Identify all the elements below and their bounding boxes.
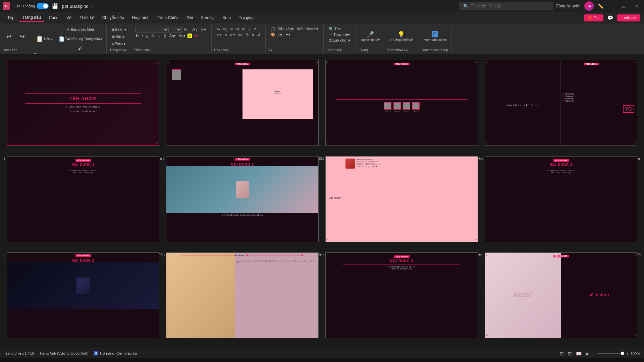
file-dropdown-icon[interactable]: ⌄: [92, 4, 95, 8]
taskbar-taskview-btn[interactable]: ⊟: [279, 360, 292, 362]
select-btn[interactable]: ⊡ Lựa chọn▾: [328, 38, 352, 43]
pixton-button[interactable]: 🅿 Pixton Characters: [421, 30, 449, 43]
slide-9[interactable]: TÊN NHÓM NỘI DUNG 2: [7, 252, 159, 339]
bold-btn[interactable]: B: [135, 34, 140, 38]
align-justify-btn[interactable]: ≡≡: [237, 33, 244, 37]
undo-button[interactable]: ↩: [3, 32, 15, 41]
numlist-btn[interactable]: ≡1: [222, 27, 228, 32]
slide-10[interactable]: + + NỘI DUNG 2 Jenni: [166, 252, 319, 339]
slide-4[interactable]: + + TÊN NHÓM CHỦ ĐỀ THUYẾT TRÌNH 1 Nội d…: [485, 60, 637, 146]
style-btn[interactable]: Kiểu Nhanh▾: [296, 26, 319, 32]
fill-btn[interactable]: 🎨: [270, 32, 276, 37]
layout-button[interactable]: ▦ Bố trí ▾: [109, 26, 128, 33]
design-idea-button[interactable]: 💡 Ý tưởng Thiết kế: [388, 30, 415, 43]
menu-file[interactable]: Tệp: [4, 14, 18, 21]
redo-button[interactable]: ↪: [16, 32, 28, 41]
shadow-btn[interactable]: A̲: [163, 33, 167, 38]
minimize-button[interactable]: −: [607, 3, 615, 9]
menu-animations[interactable]: Hoạt hình: [128, 14, 153, 21]
normal-view-btn[interactable]: ⊟: [560, 351, 564, 356]
menu-design[interactable]: Thiết kế: [76, 14, 97, 21]
dictation-button[interactable]: 🎤 Đọc chính tả▾: [359, 30, 382, 43]
font-size-select[interactable]: [170, 27, 182, 33]
direction-btn[interactable]: ↗: [252, 26, 257, 32]
slide-show-btn[interactable]: ▶: [586, 351, 589, 356]
slide-11[interactable]: TÊN NHÓM NỘI DUNG 3 Ý CHÍNH NỘI DUNG 1 G…: [325, 252, 478, 339]
save-icon[interactable]: 💾: [52, 3, 59, 9]
zoom-out-btn[interactable]: −: [593, 352, 595, 356]
spacing-btn[interactable]: ↔: [156, 34, 162, 38]
convert-btn[interactable]: ⇄: [256, 32, 261, 37]
effect-btn[interactable]: ✦▾: [284, 32, 291, 37]
menu-help[interactable]: Trợ giúp: [235, 14, 257, 21]
replace-btn[interactable]: ↔ Thay thế▾: [328, 32, 351, 37]
taskbar-mail-btn[interactable]: 📧 2: [323, 360, 336, 362]
align-right-btn[interactable]: ≡⇒: [229, 32, 236, 37]
slide-8[interactable]: TÊN NHÓM NỘI DUNG 2 Ý CHÍNH NỘI DUNG 1 G…: [485, 156, 637, 242]
underline-btn[interactable]: U: [145, 34, 150, 38]
section-button[interactable]: ≡ Phần ▾: [109, 41, 128, 47]
clear-format-btn[interactable]: ✕A: [200, 27, 207, 32]
close-button[interactable]: ✕: [632, 3, 641, 9]
reading-view-btn[interactable]: 📖: [576, 351, 582, 356]
slide-12[interactable]: + + TÊN NHÓM ROSÉ NỘI DUNG 3 + +: [485, 252, 637, 339]
decrease-font-btn[interactable]: A↓: [191, 26, 199, 33]
align-left-btn[interactable]: ⇐≡: [216, 32, 223, 37]
copy-button[interactable]: 📄 Tải sử dụng Trang chiếu: [57, 35, 104, 43]
menu-view[interactable]: Xem: [219, 14, 234, 21]
slide-6[interactable]: TÊN NHÓM NỘI DUNG 1 Ý CHÍNH NỘI DUNG 1 G…: [166, 156, 319, 242]
paste-button[interactable]: 📋 Dán ⌄: [34, 35, 55, 43]
taskbar-start-btn[interactable]: ⊞: [249, 360, 263, 362]
slide-7[interactable]: + + NỘI DUNG 1 Lalisa Manoban (Tiếng thá…: [325, 156, 478, 242]
taskbar-search-btn[interactable]: 🔍: [264, 360, 277, 362]
autosave-toggle[interactable]: [37, 3, 49, 9]
list-btn[interactable]: ≡•: [216, 27, 221, 32]
menu-record[interactable]: Ghi: [183, 14, 196, 21]
menu-review[interactable]: Xem lại: [198, 14, 218, 21]
zoom-slider[interactable]: [597, 353, 624, 354]
menu-draw[interactable]: Vẽ: [63, 14, 75, 21]
text-cols-btn[interactable]: ⊟: [245, 32, 250, 37]
taskbar-powerpoint-btn[interactable]: P: [353, 360, 366, 362]
menu-slideshow[interactable]: Trình Chiếu: [154, 14, 182, 21]
search-bar[interactable]: 🔍: [459, 2, 553, 10]
taskbar-explorer-btn[interactable]: 📁: [308, 360, 322, 362]
increase-font-btn[interactable]: A↑: [183, 26, 190, 33]
indent-less-btn[interactable]: ⇐: [229, 26, 234, 32]
smartart-btn[interactable]: ◈: [251, 32, 255, 37]
zoom-in-btn[interactable]: +: [626, 352, 628, 356]
menu-home[interactable]: Trang đầu: [19, 14, 44, 22]
linespace-btn[interactable]: ↕: [247, 27, 251, 32]
record-button[interactable]: 🔴 Ghi: [584, 14, 603, 21]
taskbar-edge-btn[interactable]: 🌐: [293, 360, 307, 362]
case-btn[interactable]: Aa▾: [178, 33, 186, 38]
pen-icon[interactable]: ✏️: [598, 3, 603, 9]
highlight-btn[interactable]: A: [187, 34, 192, 38]
format-painter-button[interactable]: 🖌: [57, 44, 104, 52]
user-avatar[interactable]: CN: [584, 1, 594, 11]
menu-transitions[interactable]: Chuyển tiếp: [99, 14, 127, 21]
menu-insert[interactable]: Chèn: [46, 14, 62, 21]
slide-5[interactable]: TÊN NHÓM NỘI DUNG 1 Ý CHÍNH NỘI DUNG 1 G…: [7, 156, 159, 242]
share-button[interactable]: ↑ chia sẻ: [617, 14, 640, 21]
comment-icon[interactable]: 💬: [607, 15, 613, 20]
search-input[interactable]: [471, 4, 549, 8]
paste-dropdown[interactable]: ⌄: [51, 37, 53, 41]
slide-2[interactable]: + + TÊN NHÓM GROUP 1 GROUP S — — —: [166, 60, 319, 146]
indent-more-btn[interactable]: ⇒: [235, 26, 240, 32]
font-color-btn[interactable]: A▾: [193, 33, 199, 38]
char-spacing-btn[interactable]: Aa▾: [168, 33, 177, 38]
slide-sorter-btn[interactable]: ⊞: [568, 351, 572, 356]
align-center-btn[interactable]: ≡: [224, 33, 228, 37]
maximize-button[interactable]: □: [620, 3, 628, 9]
font-family-select[interactable]: [135, 27, 169, 33]
setlayout-button[interactable]: ⊞ Đặt lại: [109, 34, 128, 40]
find-btn[interactable]: 🔍 Tìm: [328, 26, 342, 32]
arrange-btn[interactable]: Sắp xếp▾: [277, 26, 295, 32]
cols-btn[interactable]: ⊞: [241, 26, 246, 32]
cut-button[interactable]: ✂ Bản chiếu Mới▾: [57, 25, 104, 34]
italic-btn[interactable]: I: [141, 34, 144, 38]
outline-btn[interactable]: □▾: [277, 32, 284, 37]
slide-1[interactable]: + × TÊN NHÓM THÀNH VIÊN TRONG NHÓM CHỦ Đ…: [7, 60, 159, 146]
strikethrough-btn[interactable]: S: [151, 34, 155, 38]
